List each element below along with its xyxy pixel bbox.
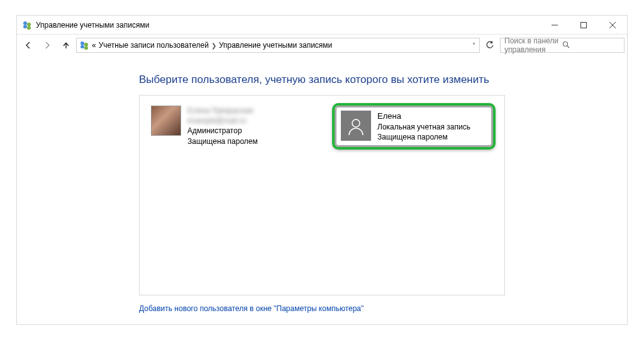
nav-up-button[interactable] [57, 36, 75, 54]
user-name: Елена [377, 111, 470, 122]
avatar-photo [151, 106, 181, 136]
svg-point-1 [27, 23, 31, 26]
user-email: example@mail.ru [187, 116, 258, 126]
address-dropdown-button[interactable]: ˅ [471, 42, 477, 49]
address-bar[interactable]: « Учетные записи пользователей ❯ Управле… [76, 38, 480, 53]
svg-rect-11 [84, 47, 88, 50]
user-account-type: Локальная учетная запись [377, 122, 470, 132]
user-protected: Защищена паролем [377, 132, 470, 142]
users-panel: Елена Прекрасная example@mail.ru Админис… [139, 95, 505, 295]
svg-rect-2 [23, 25, 27, 28]
user-protected: Защищена паролем [187, 136, 258, 146]
svg-rect-5 [581, 22, 587, 28]
maximize-button[interactable] [569, 16, 598, 34]
refresh-button[interactable] [482, 38, 497, 53]
search-icon [562, 41, 620, 50]
svg-point-14 [352, 119, 360, 127]
breadcrumb: « Учетные записи пользователей ❯ Управле… [92, 41, 332, 50]
user-card-admin[interactable]: Елена Прекрасная example@mail.ru Админис… [148, 103, 312, 149]
user-name: Елена Прекрасная [187, 106, 258, 116]
minimize-button[interactable] [540, 16, 569, 34]
search-placeholder: Поиск в панели управления [504, 36, 562, 54]
chevron-right-icon: ❯ [211, 42, 216, 49]
titlebar: Управление учетными записями [17, 16, 627, 35]
avatar-generic [341, 111, 371, 141]
svg-point-0 [23, 21, 27, 25]
breadcrumb-item-1[interactable]: Учетные записи пользователей [99, 41, 209, 50]
svg-point-12 [564, 41, 568, 46]
svg-point-9 [84, 43, 88, 47]
search-input[interactable]: Поиск в панели управления [500, 38, 625, 53]
user-card-local[interactable]: Елена Локальная учетная запись Защищена … [332, 103, 496, 150]
nav-back-button[interactable] [19, 36, 37, 54]
nav-forward-button[interactable] [38, 36, 56, 54]
users-icon [22, 20, 32, 30]
svg-line-13 [567, 46, 569, 48]
add-user-link[interactable]: Добавить нового пользователя в окне "Пар… [139, 304, 505, 313]
breadcrumb-prefix: « [92, 41, 96, 50]
page-heading: Выберите пользователя, учетную запись ко… [139, 74, 505, 86]
user-role: Администратор [187, 126, 258, 136]
close-button[interactable] [598, 16, 627, 34]
svg-rect-3 [27, 26, 31, 30]
navbar: « Учетные записи пользователей ❯ Управле… [17, 35, 627, 56]
content-area: Выберите пользователя, учетную запись ко… [17, 56, 627, 324]
svg-point-8 [80, 41, 84, 45]
window-title: Управление учетными записями [36, 21, 540, 30]
person-icon [347, 116, 365, 135]
users-icon [79, 40, 89, 50]
breadcrumb-item-2[interactable]: Управление учетными записями [219, 41, 332, 50]
svg-rect-10 [80, 45, 84, 48]
